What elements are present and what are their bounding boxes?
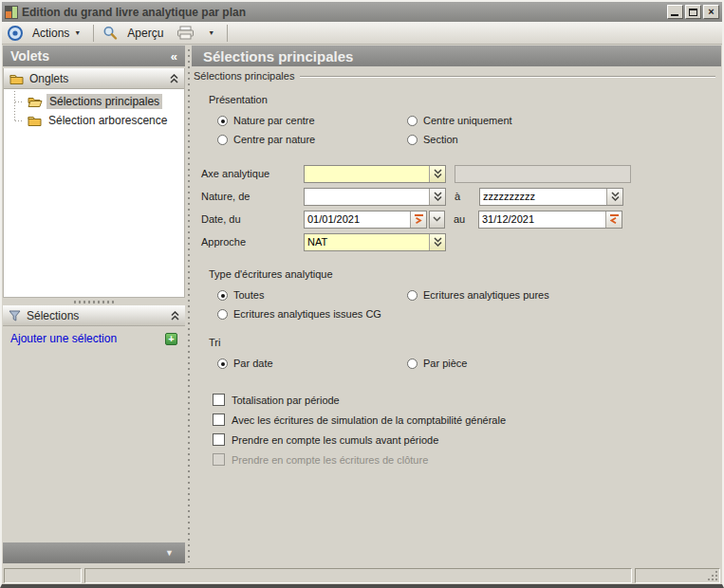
nature-to-input[interactable]	[480, 189, 606, 205]
checkbox-ecritures-simulation[interactable]: Avec les écritures de simulation de la c…	[213, 410, 715, 430]
axe-analytique-row: Axe analytique	[201, 162, 715, 185]
radio-section[interactable]: Section	[407, 134, 597, 145]
axe-dropdown-button[interactable]	[429, 166, 445, 182]
apercu-button[interactable]: Aperçu	[123, 25, 167, 42]
tree-item-label: Sélection arborescence	[46, 113, 170, 128]
collapse-selections-icon[interactable]	[171, 311, 179, 321]
approche-combo	[304, 233, 446, 251]
date-to-prev-button[interactable]	[605, 211, 622, 228]
date-to-input[interactable]	[479, 211, 605, 228]
options-checkboxes: Totalisation par période Avec les écritu…	[213, 390, 715, 469]
main-header-title: Sélections principales	[203, 48, 353, 64]
radio-icon	[407, 290, 418, 301]
onglets-panel: Onglets	[3, 68, 185, 298]
maximize-button[interactable]	[685, 5, 701, 19]
actions-target-icon	[8, 26, 23, 41]
approche-input[interactable]	[305, 234, 429, 250]
radio-icon	[407, 116, 418, 126]
apercu-label: Aperçu	[127, 27, 163, 40]
status-bar	[2, 567, 722, 584]
onglets-tree: Sélections principales Sélection arbores…	[4, 89, 184, 297]
radio-toutes[interactable]: Toutes	[217, 289, 407, 301]
radio-icon	[217, 309, 228, 320]
date-from-next-button[interactable]	[410, 211, 426, 228]
date-from-field	[304, 211, 427, 229]
minimize-button[interactable]	[667, 5, 683, 19]
date-from-input[interactable]	[305, 211, 410, 228]
main-content: Sélections principales Présentation Natu…	[192, 66, 721, 567]
field-rows: Axe analytique Nature, de	[201, 162, 715, 253]
nature-to-label: à	[455, 191, 475, 202]
panel-splitter[interactable]	[185, 46, 192, 567]
collapse-onglets-icon[interactable]	[170, 74, 178, 83]
presentation-label: Présentation	[209, 94, 715, 105]
selections-header[interactable]: Sélections	[3, 305, 185, 326]
actions-menu-button[interactable]: Actions ▼	[28, 25, 84, 42]
close-button[interactable]: ×	[703, 5, 719, 19]
axe-analytique-label: Axe analytique	[201, 168, 304, 179]
sidebar-footer-bar[interactable]: ▼	[3, 542, 185, 563]
main-header: Sélections principales	[192, 46, 721, 66]
add-selection-plus-button[interactable]: +	[165, 333, 177, 345]
radio-ecritures-pures[interactable]: Ecritures analytiques pures	[407, 289, 597, 301]
checkbox-icon	[213, 453, 225, 466]
radio-par-date[interactable]: Par date	[217, 358, 407, 369]
axe-analytique-input[interactable]	[305, 166, 429, 182]
window-title: Edition du grand livre analytique par pl…	[22, 6, 667, 19]
approche-label: Approche	[201, 236, 304, 248]
onglets-header[interactable]: Onglets	[4, 68, 184, 89]
radio-ecritures-issues-cg[interactable]: Ecritures analytiques issues CG	[217, 308, 381, 320]
axe-analytique-combo	[304, 165, 446, 183]
radio-icon	[407, 358, 418, 369]
radio-icon	[217, 290, 228, 301]
toolbar: Actions ▼ Aperçu ▼	[2, 22, 722, 45]
checkbox-totalisation[interactable]: Totalisation par période	[213, 390, 715, 410]
checkbox-icon	[213, 433, 225, 446]
date-du-label: Date, du	[201, 213, 304, 225]
tree-item-selection-arborescence[interactable]: Sélection arborescence	[4, 111, 184, 130]
checkbox-cumuls-avant-periode[interactable]: Prendre en compte les cumuls avant pério…	[213, 430, 715, 450]
nature-to-combo	[479, 188, 623, 206]
radio-icon	[407, 135, 418, 145]
open-folder-icon	[28, 96, 43, 107]
radio-centre-par-nature[interactable]: Centre par nature	[217, 134, 407, 145]
print-button[interactable]	[173, 24, 198, 42]
add-selection-link[interactable]: Ajouter une sélection	[10, 332, 117, 345]
approche-row: Approche	[201, 230, 715, 253]
checkbox-icon	[213, 413, 225, 426]
sidebar-splitter[interactable]	[3, 298, 185, 305]
folder-icon	[9, 73, 24, 84]
print-caret-icon: ▼	[208, 29, 214, 36]
collapse-panel-icon[interactable]: «	[171, 49, 177, 64]
add-selection-row: Ajouter une sélection +	[3, 326, 185, 351]
status-cell-right	[635, 568, 720, 583]
radio-centre-uniquement[interactable]: Centre uniquement	[407, 115, 597, 126]
nature-from-input[interactable]	[305, 189, 429, 205]
radio-icon	[217, 358, 228, 369]
type-ecritures-label: Type d'écritures analytique	[209, 268, 715, 280]
tri-label: Tri	[209, 337, 715, 348]
filter-funnel-icon	[9, 310, 21, 322]
checkbox-ecritures-cloture: Prendre en compte les écritures de clôtu…	[213, 450, 715, 469]
tree-item-selections-principales[interactable]: Sélections principales	[4, 92, 184, 111]
group-box-label: Sélections principales	[192, 70, 715, 82]
date-from-dropdown-button[interactable]	[429, 211, 445, 229]
print-dropdown-button[interactable]: ▼	[204, 28, 218, 38]
toolbar-separator	[93, 25, 94, 42]
volets-title: Volets	[10, 48, 49, 64]
resize-grip[interactable]	[708, 571, 718, 581]
nature-from-dropdown-button[interactable]	[429, 189, 445, 205]
radio-nature-par-centre[interactable]: Nature par centre	[217, 115, 407, 126]
type-ecritures-options: Toutes Ecritures analytiques pures Ecrit…	[217, 285, 715, 323]
nature-de-label: Nature, de	[201, 191, 304, 202]
nature-row: Nature, de à	[201, 185, 715, 208]
radio-par-piece[interactable]: Par pièce	[407, 358, 597, 369]
nature-to-dropdown-button[interactable]	[606, 189, 622, 205]
checkbox-icon	[213, 394, 225, 406]
toolbar-separator-2	[227, 25, 228, 42]
preview-magnifier-icon	[102, 26, 118, 41]
status-cell-left	[4, 568, 82, 583]
presentation-options: Nature par centre Centre uniquement Cent…	[217, 111, 715, 149]
app-window: Edition du grand livre analytique par pl…	[0, 0, 724, 588]
approche-dropdown-button[interactable]	[429, 234, 445, 250]
